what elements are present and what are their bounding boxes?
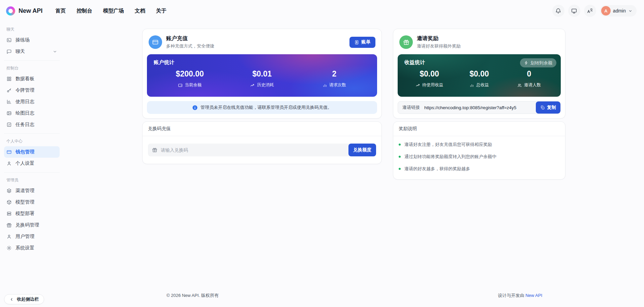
account-stats-panel: 账户统计 $200.00 当前余额 $ — [147, 54, 377, 97]
navbar-actions: A admin — [552, 5, 637, 17]
sidebar-item-wallet[interactable]: 钱包管理 — [4, 146, 60, 158]
page-footer: © 2026 New API. 版权所有 设计与开发由 New API — [142, 293, 565, 299]
redeem-code-input[interactable] — [148, 144, 376, 156]
wallet-page: New API 首页 控制台 模型广场 文档 关于 A admin — [0, 0, 644, 307]
nav-link-models[interactable]: 模型广场 — [103, 7, 124, 14]
stat-value: 2 — [298, 69, 370, 79]
stat-label: 请求次数 — [329, 82, 346, 88]
bars-icon — [323, 83, 327, 88]
check-square-icon — [6, 122, 12, 127]
sidebar-item-users[interactable]: 用户管理 — [4, 231, 60, 242]
sidebar-section-console: 控制台 数据看板 令牌管理 使用日志 绘图日志 — [4, 60, 60, 130]
collapse-button-label: 收起侧边栏 — [17, 296, 39, 302]
nav-link-about[interactable]: 关于 — [156, 7, 166, 14]
theme-button[interactable] — [568, 5, 580, 17]
reward-text: 邀请的好友越多，获得的奖励越多 — [404, 166, 470, 172]
brand[interactable]: New API — [6, 6, 42, 16]
earnings-stats-panel: 收益统计 划转到余额 $0.00 待使用收益 — [398, 54, 561, 97]
invite-link-url[interactable]: https://chencoding.top:8085/register?aff… — [424, 105, 536, 110]
rewards-card: 奖励说明 邀请好友注册，好友充值后您可获得相应奖励 通过划转功能将奖励额度转入到… — [393, 121, 565, 180]
grid-icon — [6, 76, 12, 82]
sidebar-item-channels[interactable]: 渠道管理 — [4, 185, 60, 196]
recharge-subtitle: 多种充值方式，安全便捷 — [166, 43, 345, 49]
invite-subtitle: 邀请好友获得额外奖励 — [417, 43, 559, 49]
bill-button[interactable]: 账单 — [349, 37, 375, 48]
language-button[interactable] — [584, 5, 596, 17]
invite-link-row: 邀请链接 https://chencoding.top:8085/registe… — [398, 101, 561, 114]
reward-item: 邀请好友注册，好友充值后您可获得相应奖励 — [399, 139, 560, 151]
reward-item: 通过划转功能将奖励额度转入到您的账户余额中 — [399, 151, 560, 163]
sidebar-item-usage-logs[interactable]: 使用日志 — [4, 96, 60, 108]
stat-label: 历史消耗 — [257, 82, 274, 88]
stat-value: $0.00 — [404, 69, 454, 79]
chevron-down-icon — [53, 49, 57, 54]
sidebar-item-label: 数据看板 — [16, 76, 34, 82]
sidebar-item-tokens[interactable]: 令牌管理 — [4, 85, 60, 96]
sidebar-item-label: 绘图日志 — [16, 110, 34, 116]
bullet-dot — [399, 168, 401, 170]
user-menu[interactable]: A admin — [600, 5, 637, 17]
reward-item: 邀请的好友越多，获得的奖励越多 — [399, 163, 560, 175]
sidebar-item-drawing-logs[interactable]: 绘图日志 — [4, 108, 60, 119]
transfer-to-balance-button[interactable]: 划转到余额 — [520, 58, 556, 67]
bell-icon — [555, 8, 561, 14]
credit-card-icon — [6, 149, 12, 155]
nav-link-docs[interactable]: 文档 — [135, 7, 145, 14]
wallet-icon — [178, 83, 183, 88]
image-icon — [6, 111, 12, 116]
user-name: admin — [613, 8, 626, 13]
gift-icon — [403, 39, 409, 45]
sidebar-section-title: 管理员 — [4, 176, 60, 185]
sidebar-item-chat[interactable]: 聊天 — [4, 46, 60, 57]
stat-current-balance: $200.00 当前余额 — [154, 69, 226, 88]
stat-label: 待使用收益 — [422, 82, 443, 88]
sidebar-item-label: 令牌管理 — [16, 87, 34, 93]
sidebar-section-title: 聊天 — [4, 25, 60, 34]
redeem-button[interactable]: 兑换额度 — [348, 144, 376, 156]
zap-icon — [524, 61, 528, 65]
sidebar-item-redemption-codes[interactable]: 兑换码管理 — [4, 219, 60, 231]
sidebar-item-label: 个人设置 — [16, 160, 34, 166]
reward-text: 邀请好友注册，好友充值后您可获得相应奖励 — [404, 142, 492, 148]
sidebar-item-deployment[interactable]: 模型部署 — [4, 208, 60, 219]
gift-icon — [152, 147, 157, 153]
server-icon — [6, 211, 12, 216]
translate-icon — [587, 8, 593, 14]
transfer-button-label: 划转到余额 — [530, 60, 552, 66]
avatar: A — [601, 6, 611, 16]
copyright-text: © 2026 New API. 版权所有 — [166, 293, 219, 299]
sidebar-item-label: 模型管理 — [16, 199, 34, 205]
sidebar-item-dashboard[interactable]: 数据看板 — [4, 73, 60, 85]
credit-link[interactable]: New API — [525, 293, 542, 298]
collapse-sidebar-button[interactable]: 收起侧边栏 — [4, 294, 44, 304]
sidebar-section-admin: 管理员 渠道管理 模型管理 模型部署 兑换码管理 — [4, 172, 60, 254]
notifications-button[interactable] — [552, 5, 564, 17]
invite-card-header: 邀请奖励 邀请好友获得额外奖励 — [398, 33, 561, 54]
gear-icon — [6, 245, 12, 251]
rewards-title: 奖励说明 — [393, 122, 565, 136]
top-navbar: New API 首页 控制台 模型广场 文档 关于 A admin — [0, 0, 644, 22]
sidebar-item-models[interactable]: 模型管理 — [4, 196, 60, 208]
gift-icon — [6, 222, 12, 228]
nav-link-console[interactable]: 控制台 — [76, 7, 92, 14]
copy-link-button[interactable]: 复制 — [536, 101, 560, 114]
sidebar-item-settings[interactable]: 系统设置 — [4, 242, 60, 254]
users-icon — [517, 83, 522, 88]
stat-request-count: 2 请求次数 — [298, 69, 370, 88]
bullet-dot — [399, 144, 401, 146]
reward-text: 通过划转功能将奖励额度转入到您的账户余额中 — [404, 154, 496, 160]
sidebar-item-label: 钱包管理 — [16, 149, 34, 155]
trend-up-icon — [250, 83, 255, 88]
sidebar-item-playground[interactable]: 操练场 — [4, 34, 60, 46]
cube-icon — [6, 199, 12, 205]
bill-button-label: 账单 — [361, 39, 371, 45]
nav-link-home[interactable]: 首页 — [55, 7, 66, 14]
sidebar-item-task-logs[interactable]: 任务日志 — [4, 119, 60, 130]
sidebar-item-label: 模型部署 — [16, 211, 34, 217]
stat-value: $200.00 — [154, 69, 226, 79]
sidebar-item-profile[interactable]: 个人设置 — [4, 158, 60, 169]
nav-links: 首页 控制台 模型广场 文档 关于 — [55, 7, 166, 14]
sidebar-item-label: 使用日志 — [16, 99, 34, 105]
chat-bubble-icon — [6, 49, 12, 54]
trend-up-icon — [416, 83, 420, 88]
